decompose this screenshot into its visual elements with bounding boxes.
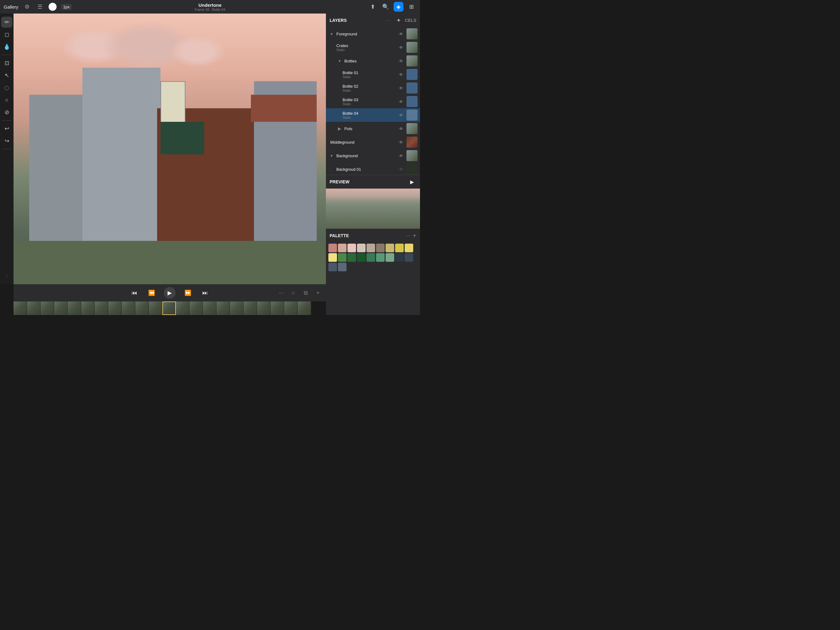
ellipse-tool[interactable]: ○ [1,95,12,106]
layer-bottle03[interactable]: Bottle 03 Static 👁 [326,95,420,108]
layer-crates[interactable]: Crates Static 👁 [326,41,420,54]
film-frame-14[interactable] [203,301,216,315]
skip-forward-button[interactable]: ⏭ [200,288,210,298]
skip-back-button[interactable]: ⏮ [129,288,139,298]
palette-swatch-9[interactable] [328,253,337,262]
film-frame-10[interactable] [149,301,163,315]
bottle02-visibility[interactable]: 👁 [397,85,405,91]
film-frame-4[interactable] [68,301,81,315]
wrench-icon[interactable]: ⚙ [23,2,32,11]
layer-middleground[interactable]: Middleground 👁 [326,135,420,149]
layer-foreground[interactable]: ▾ Foreground 👁 [326,27,420,41]
eyedropper-tool[interactable]: ⊘ [1,107,12,118]
bottles-visibility[interactable]: 👁 [397,59,405,64]
film-frame-1[interactable] [27,301,41,315]
film-frame-5[interactable] [81,301,95,315]
film-frame-21[interactable] [298,301,311,315]
palette-swatch-13[interactable] [366,253,375,262]
palette-swatch-14[interactable] [376,253,385,262]
eraser-tool[interactable]: ◻ [1,29,12,40]
foreground-chevron[interactable]: ▾ [328,32,335,36]
extra-tools[interactable]: ⬡ [1,270,12,281]
background01-visibility[interactable]: 👁 [397,167,405,172]
film-frame-3[interactable] [54,301,68,315]
add-frame-button[interactable]: + [314,288,322,297]
bottle01-visibility[interactable]: 👁 [397,72,405,77]
layer-bottle04[interactable]: Bottle 04 Static 👁 [326,108,420,122]
palette-swatch-12[interactable] [357,253,366,262]
gallery-button[interactable]: Gallery [4,4,19,9]
background-visibility[interactable]: 👁 [397,153,405,158]
undo-button[interactable]: ↩ [1,123,12,134]
second-screen-icon[interactable]: ⊞ [406,2,416,12]
search-icon[interactable]: 🔍 [381,2,390,12]
film-frame-9[interactable] [135,301,149,315]
film-frame-19[interactable] [271,301,284,315]
pots-visibility[interactable]: 👁 [397,126,405,131]
palette-swatch-4[interactable] [366,244,375,252]
layer-background01[interactable]: Backgroud 01 👁 [326,162,420,175]
lasso-tool[interactable]: ◌ [1,82,12,93]
cels-tab[interactable]: CELS [405,18,416,23]
crates-visibility[interactable]: 👁 [397,45,405,50]
selection-tool[interactable]: ⊡ [1,57,12,69]
color-tool-icon[interactable]: ◈ [393,2,403,12]
canvas-area[interactable] [14,14,326,284]
foreground-visibility[interactable]: 👁 [397,32,405,36]
palette-swatch-18[interactable] [328,263,337,271]
sliders-icon[interactable]: ☰ [36,2,44,11]
bottle03-visibility[interactable]: 👁 [397,99,405,104]
film-frame-20[interactable] [284,301,298,315]
more-options-button[interactable]: ··· [277,288,285,297]
bottles-chevron[interactable]: ▾ [336,59,343,63]
film-frame-0[interactable] [14,301,27,315]
palette-swatch-16[interactable] [395,253,404,262]
film-frame-6[interactable] [95,301,108,315]
film-frame-8[interactable] [122,301,135,315]
redo-button[interactable]: ↪ [1,135,12,146]
film-frame-18[interactable] [257,301,271,315]
step-forward-button[interactable]: ⏩ [183,288,193,298]
layers-add-button[interactable]: + [395,17,403,24]
preview-play-button[interactable]: ▶ [408,177,416,186]
film-frame-13[interactable] [189,301,203,315]
fill-tool[interactable]: 💧 [1,41,12,52]
layer-bottle01[interactable]: Bottle 01 Static 👁 [326,68,420,81]
palette-swatch-10[interactable] [338,253,346,262]
brush-size-button[interactable]: 1px [61,4,72,10]
layer-background-group[interactable]: ▾ Background 👁 [326,149,420,162]
film-frame-12[interactable] [176,301,189,315]
palette-swatch-7[interactable] [395,244,404,252]
palette-swatch-15[interactable] [385,253,394,262]
palette-swatch-2[interactable] [347,244,356,252]
layers-more-button[interactable]: ··· [385,17,393,24]
film-frame-16[interactable] [230,301,243,315]
palette-swatch-3[interactable] [357,244,366,252]
palette-swatch-17[interactable] [405,253,413,262]
pots-chevron[interactable]: ▶ [336,126,343,131]
film-frame-11[interactable] [163,301,176,315]
draw-tool[interactable]: ✏ [1,17,12,28]
move-tool[interactable]: ↖ [1,70,12,81]
layer-bottle02[interactable]: Bottle 02 Static 👁 [326,81,420,95]
palette-swatch-6[interactable] [385,244,394,252]
step-back-button[interactable]: ⏪ [147,288,156,298]
palette-swatch-19[interactable] [338,263,346,271]
palette-swatch-8[interactable] [405,244,413,252]
middleground-visibility[interactable]: 👁 [397,140,405,145]
palette-more-button[interactable]: ··· [406,233,410,238]
brush-color-indicator[interactable] [49,3,57,11]
palette-swatch-11[interactable] [347,253,356,262]
palette-swatch-1[interactable] [338,244,346,252]
film-frame-15[interactable] [216,301,230,315]
background-chevron[interactable]: ▾ [328,153,335,158]
palette-add-button[interactable]: + [413,232,416,239]
film-frame-2[interactable] [41,301,54,315]
film-frame-17[interactable] [243,301,257,315]
film-frame-7[interactable] [108,301,122,315]
play-button[interactable]: ▶ [164,287,175,299]
layer-bottles-group[interactable]: ▾ Bottles 👁 [326,54,420,68]
layer-pots-group[interactable]: ▶ Pots 👁 [326,122,420,135]
palette-swatch-5[interactable] [376,244,385,252]
loop-button[interactable]: ○ [289,288,298,297]
